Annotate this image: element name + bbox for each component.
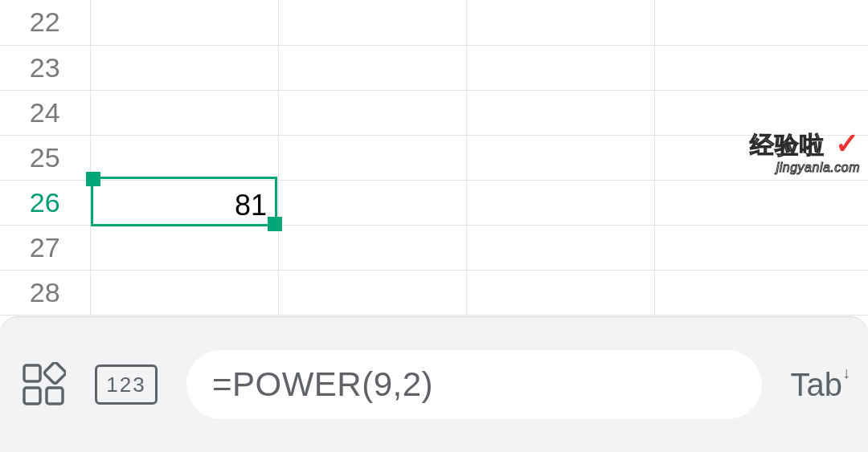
cell[interactable] <box>278 135 466 180</box>
row-header[interactable]: 25 <box>0 135 90 180</box>
cell[interactable] <box>278 90 466 135</box>
cell[interactable] <box>278 45 466 90</box>
table-row: 26 <box>0 180 868 225</box>
cell[interactable] <box>466 180 654 225</box>
numpad-toggle-button[interactable]: 123 <box>95 364 158 405</box>
apps-grid-icon <box>21 362 66 407</box>
arrow-down-right-icon: ↓ <box>842 364 850 382</box>
cell[interactable] <box>654 90 868 135</box>
formula-editor-bar: 123 Tab ↓ <box>0 316 868 452</box>
cell[interactable] <box>90 45 278 90</box>
row-header[interactable]: 27 <box>0 225 90 270</box>
svg-rect-2 <box>47 388 63 404</box>
row-header-active[interactable]: 26 <box>0 180 90 225</box>
cell[interactable] <box>278 0 466 45</box>
numpad-label: 123 <box>106 373 145 397</box>
cell[interactable] <box>278 225 466 270</box>
cell[interactable] <box>90 135 278 180</box>
cell[interactable] <box>466 45 654 90</box>
cell[interactable] <box>466 135 654 180</box>
cell[interactable] <box>278 180 466 225</box>
row-header[interactable]: 22 <box>0 0 90 45</box>
spreadsheet-grid[interactable]: 22 23 24 25 <box>0 0 868 316</box>
cell[interactable] <box>654 270 868 315</box>
cell[interactable] <box>654 180 868 225</box>
app-grid-button[interactable] <box>21 362 66 407</box>
cell-table: 22 23 24 25 <box>0 0 868 316</box>
row-header[interactable]: 23 <box>0 45 90 90</box>
table-row: 23 <box>0 45 868 90</box>
cell[interactable] <box>654 0 868 45</box>
svg-rect-1 <box>24 388 40 404</box>
formula-input[interactable] <box>186 350 762 419</box>
cell[interactable] <box>90 225 278 270</box>
cell[interactable] <box>466 0 654 45</box>
cell[interactable] <box>654 225 868 270</box>
cell[interactable] <box>278 270 466 315</box>
svg-rect-3 <box>43 362 66 385</box>
cell-active[interactable] <box>90 180 278 225</box>
tab-label: Tab <box>791 367 843 403</box>
svg-rect-0 <box>24 365 40 381</box>
cell[interactable] <box>466 225 654 270</box>
cell[interactable] <box>90 90 278 135</box>
cell[interactable] <box>466 90 654 135</box>
cell[interactable] <box>90 0 278 45</box>
table-row: 27 <box>0 225 868 270</box>
row-header[interactable]: 24 <box>0 90 90 135</box>
cell[interactable] <box>654 45 868 90</box>
numpad-icon: 123 <box>95 364 158 405</box>
table-row: 28 <box>0 270 868 315</box>
table-row: 22 <box>0 0 868 45</box>
table-row: 24 <box>0 90 868 135</box>
cell[interactable] <box>466 270 654 315</box>
cell[interactable] <box>654 135 868 180</box>
cell[interactable] <box>90 270 278 315</box>
table-row: 25 <box>0 135 868 180</box>
tab-key-button[interactable]: Tab ↓ <box>791 367 848 403</box>
row-header[interactable]: 28 <box>0 270 90 315</box>
